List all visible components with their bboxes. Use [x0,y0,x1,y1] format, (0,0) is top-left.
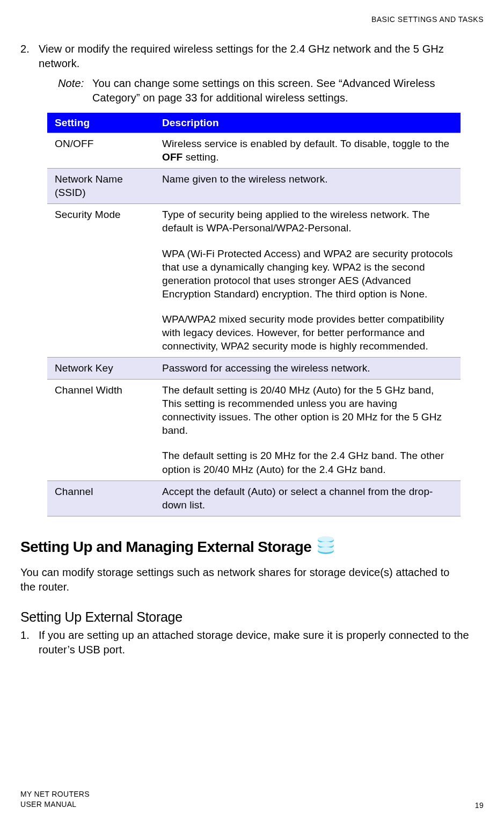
note-text: You can change some settings on this scr… [92,76,462,105]
subsection-heading: Setting Up External Storage [20,609,484,625]
table-row: ON/OFF Wireless service is enabled by de… [47,133,461,169]
cell-setting: ON/OFF [47,133,155,169]
table-row: Channel Accept the default (Auto) or sel… [47,480,461,516]
step-2: 2. View or modify the required wireless … [20,42,484,71]
cell-setting: Channel Width [47,380,155,480]
table-header-description: Description [155,113,461,133]
page-number: 19 [475,801,484,810]
cell-description: The default setting is 20/40 MHz (Auto) … [155,380,461,480]
table-row: Network Name (SSID) Name given to the wi… [47,169,461,204]
cell-setting: Network Name (SSID) [47,169,155,204]
step-body: View or modify the required wireless set… [39,42,484,71]
cell-description: Type of security being applied to the wi… [155,204,461,358]
table-row: Network Key Password for accessing the w… [47,358,461,380]
step-1: 1. If you are setting up an attached sto… [20,628,484,657]
table-row: Channel Width The default setting is 20/… [47,380,461,480]
cell-description: Password for accessing the wireless netw… [155,358,461,380]
section-heading: Setting Up and Managing External Storage [20,536,484,559]
cell-setting: Network Key [47,358,155,380]
svg-point-3 [318,536,334,542]
cell-description: Name given to the wireless network. [155,169,461,204]
note-label: Note: [58,76,92,105]
page-footer: MY NET ROUTERS USER MANUAL 19 [20,789,484,810]
section-title: Setting Up and Managing External Storage [20,538,311,556]
cell-description: Accept the default (Auto) or select a ch… [155,480,461,516]
cell-setting: Channel [47,480,155,516]
footer-line-2: USER MANUAL [20,799,90,810]
cell-description: Wireless service is enabled by default. … [155,133,461,169]
table-header-setting: Setting [47,113,155,133]
settings-table: Setting Description ON/OFF Wireless serv… [47,113,461,516]
section-intro: You can modify storage settings such as … [20,565,462,594]
table-row: Security Mode Type of security being app… [47,204,461,358]
svg-point-4 [318,542,334,547]
footer-line-1: MY NET ROUTERS [20,789,90,799]
cell-setting: Security Mode [47,204,155,358]
step-body: If you are setting up an attached storag… [39,628,484,657]
step-number: 2. [20,42,39,71]
note-block: Note: You can change some settings on th… [58,76,462,105]
running-header: BASIC SETTINGS AND TASKS [20,15,484,24]
step-number: 1. [20,628,39,657]
storage-icon [316,536,336,559]
svg-point-5 [318,547,334,552]
